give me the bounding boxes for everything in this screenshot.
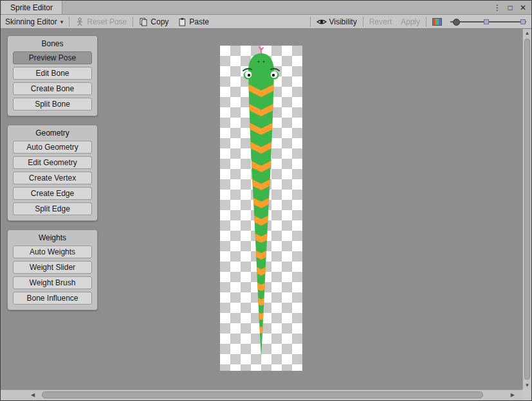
toolbar-separator xyxy=(363,17,363,27)
toolbar-separator xyxy=(310,17,311,27)
weight-slider-button[interactable]: Weight Slider xyxy=(13,261,92,274)
vertical-scrollbar[interactable]: ▲ ▼ xyxy=(522,29,531,389)
scroll-down-icon[interactable]: ▼ xyxy=(523,382,531,388)
bones-panel-title: Bones xyxy=(13,38,92,51)
copy-icon xyxy=(139,17,148,26)
weights-panel: Weights Auto Weights Weight Slider Weigh… xyxy=(7,229,98,310)
slider-marker[interactable] xyxy=(520,19,526,24)
create-edge-button[interactable]: Create Edge xyxy=(13,187,92,200)
edit-geometry-button[interactable]: Edit Geometry xyxy=(13,156,92,169)
reset-pose-label: Reset Pose xyxy=(87,17,127,26)
edit-bone-button[interactable]: Edit Bone xyxy=(13,67,92,80)
geometry-panel: Geometry Auto Geometry Edit Geometry Cre… xyxy=(7,125,98,221)
eye-icon xyxy=(316,18,327,26)
chevron-down-icon: ▾ xyxy=(60,19,64,25)
toolbar-right-group: Visibility Revert Apply xyxy=(309,15,529,28)
scroll-right-icon[interactable]: ▶ xyxy=(511,392,515,398)
scroll-left-icon[interactable]: ◀ xyxy=(31,392,35,398)
toolbar-separator xyxy=(69,17,69,27)
create-bone-button[interactable]: Create Bone xyxy=(13,82,92,95)
horizontal-scrollbar[interactable]: ◀ ▶ xyxy=(1,389,522,400)
split-edge-button[interactable]: Split Edge xyxy=(13,202,92,215)
window-menu-icon[interactable]: ⋮ xyxy=(493,3,502,12)
weights-panel-title: Weights xyxy=(13,232,92,245)
toolbar-left-group: Skinning Editor ▾ Reset Pose Copy xyxy=(1,15,214,28)
bone-influence-button[interactable]: Bone Influence xyxy=(13,292,92,305)
preview-pose-button[interactable]: Preview Pose xyxy=(13,51,92,64)
titlebar: Sprite Editor ⋮ □ ✕ xyxy=(1,1,531,15)
split-bone-button[interactable]: Split Bone xyxy=(13,98,92,111)
scrollbar-corner xyxy=(522,389,531,400)
window-controls: ⋮ □ ✕ xyxy=(493,1,531,14)
scroll-up-icon[interactable]: ▲ xyxy=(523,30,531,36)
sprite-canvas[interactable] xyxy=(220,46,302,371)
sprite-workarea[interactable]: Bones Preview Pose Edit Bone Create Bone… xyxy=(1,29,522,389)
paste-icon xyxy=(178,17,187,26)
snake-sprite xyxy=(220,46,302,371)
toolbar: Skinning Editor ▾ Reset Pose Copy xyxy=(1,15,531,29)
horizontal-scrollbar-thumb[interactable] xyxy=(42,391,483,398)
weight-brush-button[interactable]: Weight Brush xyxy=(13,276,92,289)
paste-label: Paste xyxy=(189,17,209,26)
rgb-icon xyxy=(432,18,442,26)
toolbar-separator xyxy=(426,17,427,27)
vertical-scrollbar-thumb[interactable] xyxy=(524,39,530,380)
sprite-editor-window: Sprite Editor ⋮ □ ✕ Skinning Editor ▾ Re… xyxy=(0,0,532,401)
snake-tongue xyxy=(259,47,263,54)
snake-pupil-left xyxy=(248,74,250,76)
copy-label: Copy xyxy=(151,17,169,26)
close-icon[interactable]: ✕ xyxy=(518,3,527,12)
apply-button[interactable]: Apply xyxy=(396,15,425,28)
revert-button[interactable]: Revert xyxy=(365,15,396,28)
maximize-icon[interactable]: □ xyxy=(506,3,515,12)
slider-handle[interactable] xyxy=(453,19,460,26)
auto-weights-button[interactable]: Auto Weights xyxy=(13,245,92,258)
snake-pupil-right xyxy=(272,74,275,76)
auto-geometry-button[interactable]: Auto Geometry xyxy=(13,141,92,154)
revert-label: Revert xyxy=(369,17,392,26)
slider-marker[interactable] xyxy=(484,19,489,24)
reset-pose-icon xyxy=(75,17,84,26)
skinning-editor-dropdown[interactable]: Skinning Editor ▾ xyxy=(1,15,68,28)
visibility-label: Visibility xyxy=(329,17,357,26)
preview-opacity-slider[interactable] xyxy=(450,17,526,27)
create-vertex-button[interactable]: Create Vertex xyxy=(13,172,92,184)
visibility-button[interactable]: Visibility xyxy=(312,15,362,28)
tab-sprite-editor[interactable]: Sprite Editor xyxy=(1,1,62,14)
snake-nostril-right xyxy=(263,61,265,63)
copy-button[interactable]: Copy xyxy=(134,15,173,28)
toolbar-separator xyxy=(133,17,133,27)
snake-nostril-left xyxy=(258,61,260,63)
skinning-editor-label: Skinning Editor xyxy=(5,17,57,26)
bones-panel: Bones Preview Pose Edit Bone Create Bone… xyxy=(7,35,98,116)
paste-button[interactable]: Paste xyxy=(173,15,214,28)
rgb-preview-toggle[interactable] xyxy=(428,15,446,28)
geometry-panel-title: Geometry xyxy=(13,127,92,141)
apply-label: Apply xyxy=(401,17,420,26)
tab-title: Sprite Editor xyxy=(10,3,53,12)
reset-pose-button[interactable]: Reset Pose xyxy=(71,15,131,28)
